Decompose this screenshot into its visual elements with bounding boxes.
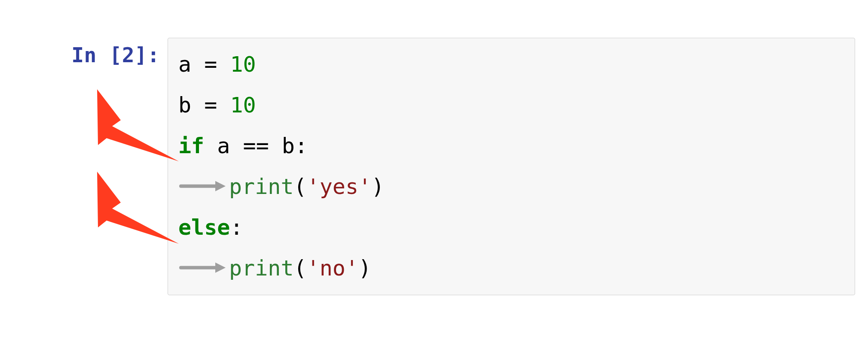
code-line-6: print('no') [178, 248, 844, 289]
code-line-1: a = 10 [178, 44, 844, 85]
prompt-index: 2 [122, 43, 134, 67]
condition: a == b: [204, 133, 308, 158]
colon: : [230, 215, 243, 240]
indent-arrow-icon [178, 254, 229, 275]
paren-open: ( [294, 174, 307, 199]
input-prompt: In [2]: [52, 38, 168, 67]
string-literal-no: 'no' [307, 256, 358, 281]
code-line-2: b = 10 [178, 85, 844, 126]
var-a: a [178, 52, 191, 77]
string-literal-yes: 'yes' [307, 174, 372, 199]
var-b: b [178, 93, 191, 118]
paren-open: ( [294, 256, 307, 281]
code-line-4: print('yes') [178, 166, 844, 207]
prompt-in: In [71, 43, 109, 67]
svg-marker-3 [215, 263, 226, 273]
else-keyword: else [178, 215, 230, 240]
assign-op: = [191, 93, 230, 118]
number-literal: 10 [230, 52, 256, 77]
paren-close: ) [371, 174, 384, 199]
assign-op: = [191, 52, 230, 77]
if-keyword: if [178, 133, 204, 158]
indent-arrow-icon [178, 172, 229, 194]
print-call: print [229, 256, 294, 281]
number-literal: 10 [230, 93, 256, 118]
prompt-suffix: ]: [134, 43, 160, 67]
code-line-5: else: [178, 207, 844, 248]
code-line-3: if a == b: [178, 126, 844, 166]
code-input-area[interactable]: a = 10 b = 10 if a == b: print('yes') el… [168, 38, 855, 295]
print-call: print [229, 174, 294, 199]
paren-close: ) [358, 256, 371, 281]
svg-marker-1 [215, 181, 226, 191]
notebook-cell: In [2]: a = 10 b = 10 if a == b: print('… [52, 38, 855, 295]
